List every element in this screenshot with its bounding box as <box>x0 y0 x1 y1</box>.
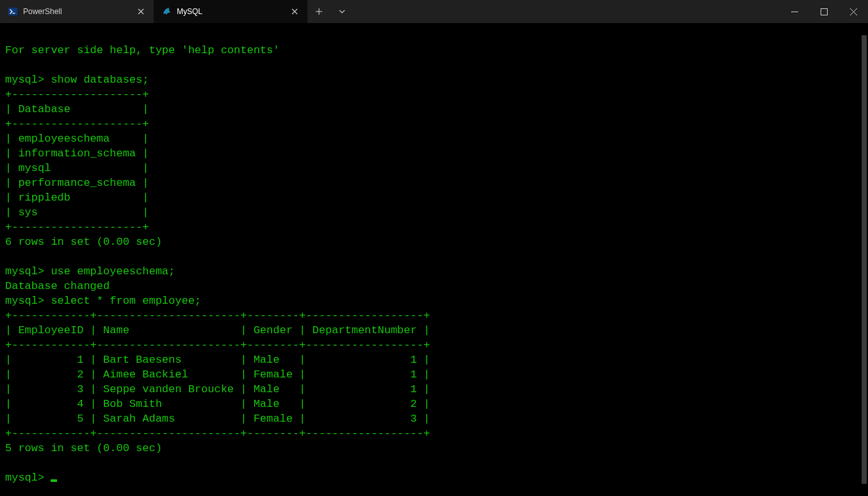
terminal-text: For server side help, type 'help content… <box>5 44 430 484</box>
close-window-button[interactable] <box>839 0 868 23</box>
titlebar-drag-region[interactable] <box>354 0 780 23</box>
close-icon[interactable] <box>288 5 301 18</box>
tab-powershell[interactable]: PowerShell <box>0 0 154 23</box>
tab-dropdown-button[interactable] <box>331 0 354 23</box>
mysql-icon <box>161 6 172 17</box>
terminal-output[interactable]: For server side help, type 'help content… <box>0 23 868 496</box>
scrollbar-thumb[interactable] <box>862 35 867 484</box>
powershell-icon <box>8 6 18 17</box>
new-tab-button[interactable] <box>307 0 331 23</box>
maximize-button[interactable] <box>809 0 839 23</box>
svg-rect-1 <box>13 13 15 13</box>
tab-mysql[interactable]: MySQL <box>154 0 307 23</box>
tab-label: MySQL <box>177 7 283 16</box>
close-icon[interactable] <box>135 5 147 18</box>
tab-label: PowerShell <box>23 7 129 16</box>
window-titlebar: PowerShell MySQL <box>0 0 868 23</box>
svg-rect-0 <box>8 8 17 15</box>
minimize-button[interactable] <box>780 0 809 23</box>
svg-rect-3 <box>821 8 827 15</box>
cursor-icon <box>51 479 57 482</box>
svg-rect-2 <box>791 12 798 12</box>
